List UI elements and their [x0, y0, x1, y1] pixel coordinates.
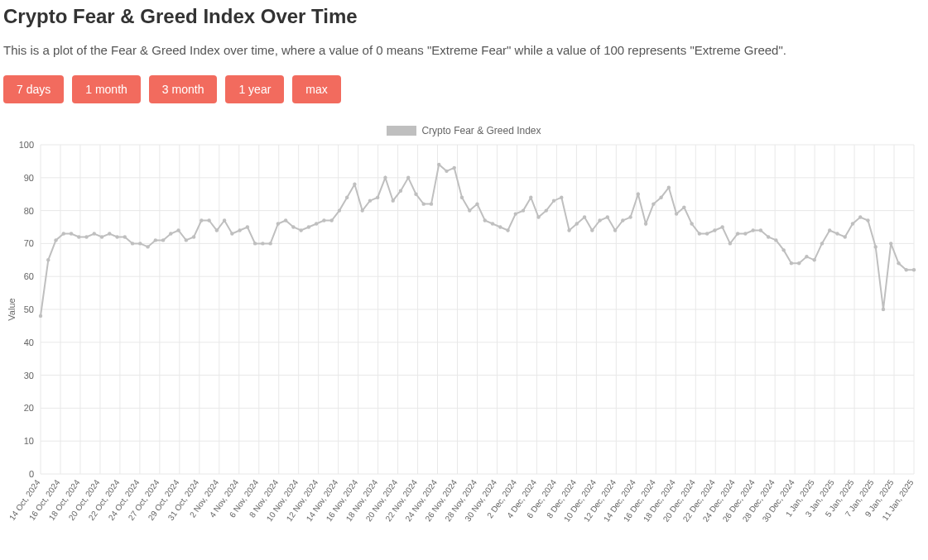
data-point: [644, 222, 647, 225]
data-point: [115, 235, 118, 238]
data-point: [93, 232, 96, 235]
data-point: [154, 238, 157, 242]
y-tick-label: 40: [24, 337, 34, 347]
data-point: [353, 183, 356, 186]
chart-container: Crypto Fear & Greed Index 01020304050607…: [3, 125, 925, 553]
data-point: [460, 195, 464, 199]
data-point: [169, 232, 172, 235]
data-point: [468, 208, 471, 212]
data-point: [866, 218, 869, 222]
data-point: [307, 225, 310, 228]
data-point: [705, 232, 709, 235]
data-point: [230, 232, 233, 235]
data-point: [912, 268, 916, 271]
y-tick-label: 90: [24, 173, 34, 183]
data-point: [70, 232, 73, 235]
data-point: [545, 208, 548, 212]
data-point: [161, 238, 165, 242]
data-point: [835, 232, 839, 235]
data-point: [368, 199, 372, 202]
data-point: [844, 235, 847, 238]
y-tick-label: 100: [19, 140, 34, 150]
data-point: [698, 232, 701, 235]
data-point: [736, 232, 739, 235]
data-point: [200, 218, 203, 222]
data-point: [560, 195, 563, 199]
data-point: [238, 228, 241, 232]
data-point: [613, 228, 617, 232]
data-point: [131, 242, 134, 245]
data-point: [728, 242, 732, 245]
y-tick-label: 70: [24, 238, 34, 248]
data-point: [590, 228, 594, 232]
data-point: [291, 225, 295, 228]
range-1year-button[interactable]: 1 year: [225, 75, 284, 103]
range-1month-button[interactable]: 1 month: [72, 75, 141, 103]
data-point: [345, 195, 349, 199]
chart-svg: 010203040506070809010014 Oct, 202416 Oct…: [3, 140, 922, 553]
data-point: [652, 202, 655, 205]
data-point: [108, 232, 111, 235]
data-point: [637, 193, 640, 196]
data-point: [62, 232, 65, 235]
y-tick-label: 20: [24, 403, 34, 413]
y-tick-label: 30: [24, 371, 34, 381]
data-point: [621, 218, 624, 222]
data-point: [851, 222, 854, 225]
data-point: [743, 232, 747, 235]
data-point: [146, 245, 149, 248]
data-point: [682, 205, 685, 208]
data-point: [514, 212, 517, 215]
range-7days-button[interactable]: 7 days: [3, 75, 64, 103]
data-point: [406, 176, 410, 179]
data-point: [338, 208, 341, 212]
data-point: [713, 228, 716, 232]
y-tick-label: 0: [29, 469, 34, 479]
data-point: [583, 215, 586, 218]
chart-legend: Crypto Fear & Greed Index: [3, 125, 925, 136]
data-point: [392, 199, 395, 202]
data-point: [185, 238, 188, 242]
data-point: [498, 225, 502, 228]
data-point: [805, 255, 808, 258]
data-point: [598, 218, 601, 222]
data-point: [215, 228, 219, 232]
range-max-button[interactable]: max: [292, 75, 340, 103]
data-point: [759, 228, 762, 232]
range-3month-button[interactable]: 3 month: [149, 75, 218, 103]
legend-label: Crypto Fear & Greed Index: [421, 125, 541, 136]
data-point: [46, 258, 50, 261]
data-point: [84, 235, 88, 238]
data-point: [491, 222, 494, 225]
data-point: [299, 228, 302, 232]
data-point: [138, 242, 142, 245]
data-point: [414, 193, 417, 196]
data-point: [882, 308, 885, 311]
data-point: [430, 202, 433, 205]
data-point: [39, 314, 42, 318]
data-point: [322, 218, 325, 222]
y-tick-label: 60: [24, 271, 34, 281]
data-point: [628, 215, 632, 218]
data-point: [207, 218, 210, 222]
data-point: [790, 261, 793, 265]
y-tick-label: 50: [24, 304, 34, 314]
y-tick-label: 10: [24, 436, 34, 446]
data-point: [284, 218, 287, 222]
data-point: [897, 261, 900, 265]
data-point: [383, 176, 387, 179]
data-point: [123, 235, 127, 238]
data-point: [261, 242, 264, 245]
data-point: [812, 258, 815, 261]
data-point: [176, 228, 180, 232]
data-point: [667, 186, 671, 189]
data-point: [54, 238, 57, 242]
data-point: [276, 222, 280, 225]
data-point: [223, 218, 226, 222]
data-point: [422, 202, 426, 205]
data-point: [751, 228, 754, 232]
data-point: [874, 245, 878, 248]
data-point: [360, 208, 363, 212]
data-point: [720, 225, 724, 228]
data-point: [567, 228, 570, 232]
